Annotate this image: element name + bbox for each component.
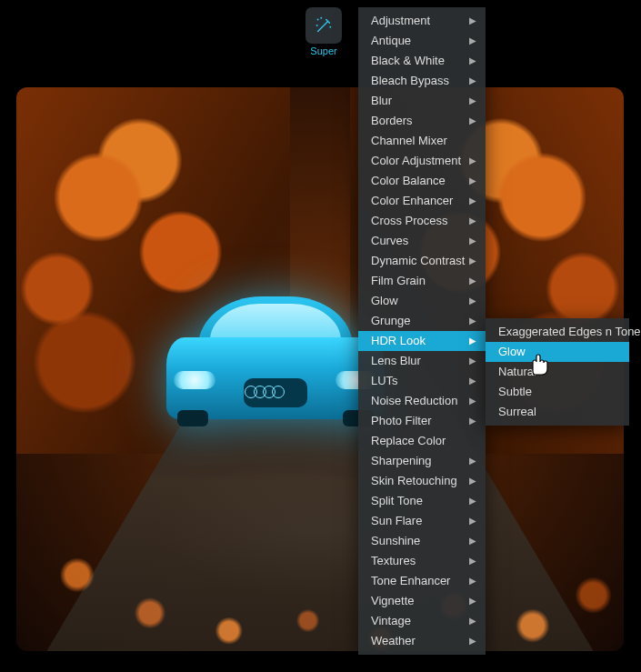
menu-item-label: Color Adjustment (371, 153, 461, 169)
car-headlight-left (174, 371, 215, 389)
menu-item-antique[interactable]: Antique▶ (358, 31, 486, 51)
submenu-item-label: Glow (498, 344, 526, 360)
chevron-right-icon: ▶ (469, 193, 476, 209)
menu-item-sharpening[interactable]: Sharpening▶ (358, 451, 486, 471)
menu-item-color-adjustment[interactable]: Color Adjustment▶ (358, 151, 486, 171)
chevron-right-icon: ▶ (469, 533, 476, 549)
chevron-right-icon: ▶ (469, 333, 476, 349)
submenu-item-natural[interactable]: Natural (486, 362, 629, 382)
menu-item-curves[interactable]: Curves▶ (358, 231, 486, 251)
menu-item-label: Adjustment (371, 13, 430, 29)
menu-item-label: Replace Color (371, 433, 446, 449)
menu-item-label: Split Tone (371, 493, 423, 509)
menu-item-label: Weather (371, 633, 416, 649)
effects-submenu[interactable]: Exaggerated Edges n ToneGlowNaturalSubtl… (486, 318, 629, 426)
chevron-right-icon: ▶ (469, 313, 476, 329)
menu-item-skin-retouching[interactable]: Skin Retouching▶ (358, 471, 486, 491)
menu-item-label: Photo Filter (371, 413, 431, 429)
menu-item-bleach-bypass[interactable]: Bleach Bypass▶ (358, 71, 486, 91)
menu-item-dynamic-contrast[interactable]: Dynamic Contrast▶ (358, 251, 486, 271)
effects-menu[interactable]: Adjustment▶Antique▶Black & White▶Bleach … (358, 7, 486, 655)
chevron-right-icon: ▶ (469, 233, 476, 249)
menu-item-borders[interactable]: Borders▶ (358, 111, 486, 131)
menu-item-label: HDR Look (371, 333, 426, 349)
chevron-right-icon: ▶ (469, 593, 476, 609)
menu-item-label: Tone Enhancer (371, 573, 450, 589)
menu-item-textures[interactable]: Textures▶ (358, 551, 486, 571)
menu-item-label: Lens Blur (371, 353, 421, 369)
menu-item-channel-mixer[interactable]: Channel Mixer (358, 131, 486, 151)
submenu-item-label: Surreal (498, 404, 536, 420)
chevron-right-icon: ▶ (469, 353, 476, 369)
menu-item-noise-reduction[interactable]: Noise Reduction▶ (358, 391, 486, 411)
submenu-item-surreal[interactable]: Surreal (486, 402, 629, 422)
menu-item-weather[interactable]: Weather▶ (358, 631, 486, 651)
chevron-right-icon: ▶ (469, 513, 476, 529)
menu-item-label: Vintage (371, 613, 411, 629)
chevron-right-icon: ▶ (469, 373, 476, 389)
menu-item-label: Film Grain (371, 273, 426, 289)
menu-item-split-tone[interactable]: Split Tone▶ (358, 491, 486, 511)
submenu-item-label: Exaggerated Edges n Tone (498, 324, 641, 340)
menu-item-blur[interactable]: Blur▶ (358, 91, 486, 111)
menu-item-label: Blur (371, 93, 392, 109)
menu-item-glow[interactable]: Glow▶ (358, 291, 486, 311)
menu-item-vintage[interactable]: Vintage▶ (358, 611, 486, 631)
menu-item-label: Textures (371, 553, 416, 569)
menu-item-adjustment[interactable]: Adjustment▶ (358, 11, 486, 31)
menu-item-label: LUTs (371, 373, 398, 389)
menu-item-label: Sunshine (371, 533, 420, 549)
menu-item-cross-process[interactable]: Cross Process▶ (358, 211, 486, 231)
menu-item-photo-filter[interactable]: Photo Filter▶ (358, 411, 486, 431)
chevron-right-icon: ▶ (469, 213, 476, 229)
submenu-item-glow[interactable]: Glow (486, 342, 629, 362)
menu-item-color-balance[interactable]: Color Balance▶ (358, 171, 486, 191)
chevron-right-icon: ▶ (469, 393, 476, 409)
menu-item-lens-blur[interactable]: Lens Blur▶ (358, 351, 486, 371)
menu-item-film-grain[interactable]: Film Grain▶ (358, 271, 486, 291)
menu-item-label: Borders (371, 113, 413, 129)
menu-item-label: Glow (371, 293, 398, 309)
chevron-right-icon: ▶ (469, 93, 476, 109)
menu-item-sun-flare[interactable]: Sun Flare▶ (358, 511, 486, 531)
chevron-right-icon: ▶ (469, 33, 476, 49)
submenu-item-label: Subtle (498, 384, 532, 400)
chevron-right-icon: ▶ (469, 413, 476, 429)
submenu-item-exaggerated-edges-n-tone[interactable]: Exaggerated Edges n Tone (486, 322, 629, 342)
chevron-right-icon: ▶ (469, 473, 476, 489)
menu-item-label: Vignette (371, 593, 414, 609)
menu-item-black-white[interactable]: Black & White▶ (358, 51, 486, 71)
chevron-right-icon: ▶ (469, 13, 476, 29)
chevron-right-icon: ▶ (469, 613, 476, 629)
menu-item-luts[interactable]: LUTs▶ (358, 371, 486, 391)
menu-item-label: Channel Mixer (371, 133, 447, 149)
menu-item-label: Sharpening (371, 453, 432, 469)
menu-item-label: Color Balance (371, 173, 446, 189)
menu-item-grunge[interactable]: Grunge▶ (358, 311, 486, 331)
submenu-item-subtle[interactable]: Subtle (486, 382, 629, 402)
magic-wand-icon (305, 7, 342, 44)
car-wheel-left (177, 410, 208, 426)
chevron-right-icon: ▶ (469, 273, 476, 289)
chevron-right-icon: ▶ (469, 553, 476, 569)
chevron-right-icon: ▶ (469, 113, 476, 129)
menu-item-label: Antique (371, 33, 411, 49)
menu-item-sunshine[interactable]: Sunshine▶ (358, 531, 486, 551)
menu-item-label: Bleach Bypass (371, 73, 449, 89)
chevron-right-icon: ▶ (469, 573, 476, 589)
menu-item-vignette[interactable]: Vignette▶ (358, 591, 486, 611)
chevron-right-icon: ▶ (469, 173, 476, 189)
chevron-right-icon: ▶ (469, 293, 476, 309)
menu-item-replace-color[interactable]: Replace Color (358, 431, 486, 451)
menu-item-tone-enhancer[interactable]: Tone Enhancer▶ (358, 571, 486, 591)
menu-item-color-enhancer[interactable]: Color Enhancer▶ (358, 191, 486, 211)
super-tool-button[interactable]: Super (302, 7, 346, 56)
chevron-right-icon: ▶ (469, 253, 476, 269)
chevron-right-icon: ▶ (469, 53, 476, 69)
menu-item-hdr-look[interactable]: HDR Look▶ (358, 331, 486, 351)
chevron-right-icon: ▶ (469, 633, 476, 649)
menu-item-label: Skin Retouching (371, 473, 457, 489)
menu-item-label: Cross Process (371, 213, 448, 229)
menu-item-label: Black & White (371, 53, 445, 69)
chevron-right-icon: ▶ (469, 153, 476, 169)
